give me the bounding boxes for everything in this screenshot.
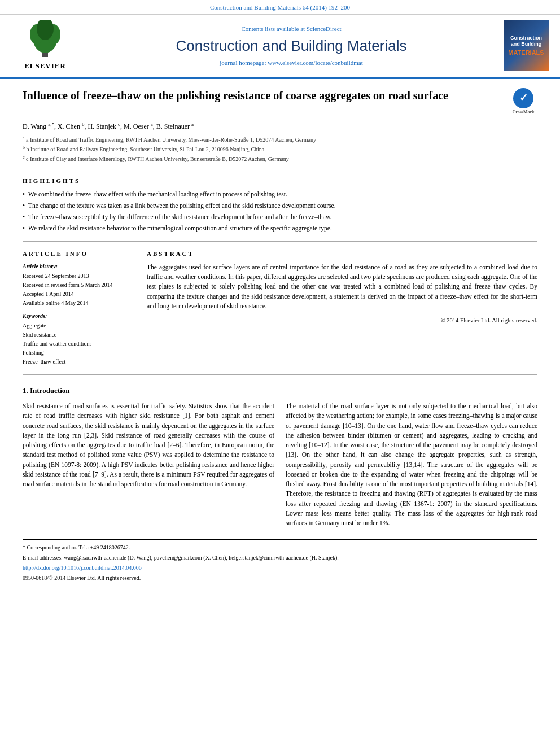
introduction-title: 1. Introduction bbox=[23, 386, 537, 396]
journal-header: ELSEVIER Contents lists available at Sci… bbox=[0, 15, 560, 78]
main-content: Influence of freeze–thaw on the polishin… bbox=[0, 79, 560, 593]
online-date: Available online 4 May 2014 bbox=[23, 299, 135, 308]
keyword-1: Aggregate bbox=[23, 321, 135, 330]
intro-col2: The material of the road surface layer i… bbox=[286, 401, 537, 528]
copyright-text: © 2014 Elsevier Ltd. All rights reserved… bbox=[147, 317, 537, 325]
introduction-body: Skid resistance of road surfaces is esse… bbox=[23, 401, 537, 528]
article-dates: Received 24 September 2013 Received in r… bbox=[23, 272, 135, 308]
cover-title-top: Construction and Building bbox=[510, 35, 542, 47]
journal-cover-image: Construction and Building MATERIALS bbox=[504, 20, 549, 71]
article-info-title: ARTICLE INFO bbox=[23, 250, 135, 258]
keyword-4: Polishing bbox=[23, 348, 135, 357]
highlight-item-1: We combined the freeze–thaw effect with … bbox=[23, 190, 537, 199]
received-date: Received 24 September 2013 bbox=[23, 272, 135, 281]
affiliation-a: a a Institute of Road and Traffic Engine… bbox=[23, 135, 537, 144]
doi-link[interactable]: http://dx.doi.org/10.1016/j.conbuildmat.… bbox=[23, 563, 537, 572]
highlight-item-3: The freeze–thaw susceptibility by the di… bbox=[23, 212, 537, 221]
sciencedirect-link-text[interactable]: ScienceDirect bbox=[307, 25, 342, 32]
crossmark-label: CrossMark bbox=[513, 110, 535, 115]
crossmark-icon: ✓ bbox=[513, 88, 533, 108]
keyword-3: Traffic and weather conditions bbox=[23, 339, 135, 348]
abstract-text: The aggregates used for surface layers a… bbox=[147, 263, 537, 311]
divider-3 bbox=[23, 374, 537, 375]
intro-col1: Skid resistance of road surfaces is esse… bbox=[23, 401, 274, 528]
email-addresses: E-mail addresses: wang@isac.rwth-aachen.… bbox=[23, 553, 537, 562]
citation-text: Construction and Building Materials 64 (… bbox=[210, 4, 350, 11]
article-title-text: Influence of freeze–thaw on the polishin… bbox=[23, 88, 509, 103]
highlights-title: HIGHLIGHTS bbox=[23, 177, 537, 185]
authors-line: D. Wang a,*, X. Chen b, H. Stanjek c, M.… bbox=[23, 121, 537, 132]
journal-title-center: Contents lists available at ScienceDirec… bbox=[79, 25, 504, 67]
abstract-title: ABSTRACT bbox=[147, 250, 537, 258]
keyword-5: Freeze–thaw effect bbox=[23, 357, 135, 366]
accepted-date: Accepted 1 April 2014 bbox=[23, 290, 135, 299]
affiliations: a a Institute of Road and Traffic Engine… bbox=[23, 135, 537, 164]
footnotes: * Corresponding author. Tel.: +49 241802… bbox=[23, 539, 537, 582]
issn-line: 0950-0618/© 2014 Elsevier Ltd. All right… bbox=[23, 574, 537, 582]
keywords-section: Keywords: Aggregate Skid resistance Traf… bbox=[23, 312, 135, 366]
elsevier-brand-text: ELSEVIER bbox=[24, 61, 66, 71]
elsevier-tree-icon bbox=[20, 20, 71, 60]
keyword-2: Skid resistance bbox=[23, 330, 135, 339]
sciencedirect-label: Contents lists available at ScienceDirec… bbox=[79, 25, 504, 33]
article-info-col: ARTICLE INFO Article history: Received 2… bbox=[23, 250, 135, 366]
journal-name: Construction and Building Materials bbox=[79, 36, 504, 56]
elsevier-logo: ELSEVIER bbox=[11, 20, 79, 71]
keywords-label: Keywords: bbox=[23, 312, 135, 320]
authors-text: D. Wang a,*, X. Chen b, H. Stanjek c, M.… bbox=[23, 123, 194, 130]
affiliation-b: b b Institute of Road and Railway Engine… bbox=[23, 145, 537, 154]
abstract-col: ABSTRACT The aggregates used for surface… bbox=[147, 250, 537, 366]
highlights-section: HIGHLIGHTS We combined the freeze–thaw e… bbox=[23, 177, 537, 233]
affiliation-c: c c Institute of Clay and Interface Mine… bbox=[23, 154, 537, 163]
journal-homepage: journal homepage: www.elsevier.com/locat… bbox=[79, 59, 504, 67]
doi-url[interactable]: http://dx.doi.org/10.1016/j.conbuildmat.… bbox=[23, 565, 142, 571]
highlight-item-4: We related the skid resistance behavior … bbox=[23, 224, 537, 233]
journal-citation-bar: Construction and Building Materials 64 (… bbox=[0, 0, 560, 15]
highlight-item-2: The change of the texture was taken as a… bbox=[23, 201, 537, 210]
article-history-label: Article history: bbox=[23, 263, 135, 270]
revised-date: Received in revised form 5 March 2014 bbox=[23, 281, 135, 290]
divider-1 bbox=[23, 171, 537, 171]
article-title-row: Influence of freeze–thaw on the polishin… bbox=[23, 88, 537, 115]
info-abstract-row: ARTICLE INFO Article history: Received 2… bbox=[23, 250, 537, 366]
divider-2 bbox=[23, 241, 537, 242]
crossmark-badge[interactable]: ✓ CrossMark bbox=[509, 88, 537, 115]
corresponding-author: * Corresponding author. Tel.: +49 241802… bbox=[23, 543, 537, 552]
cover-materials-text: MATERIALS bbox=[508, 49, 544, 57]
